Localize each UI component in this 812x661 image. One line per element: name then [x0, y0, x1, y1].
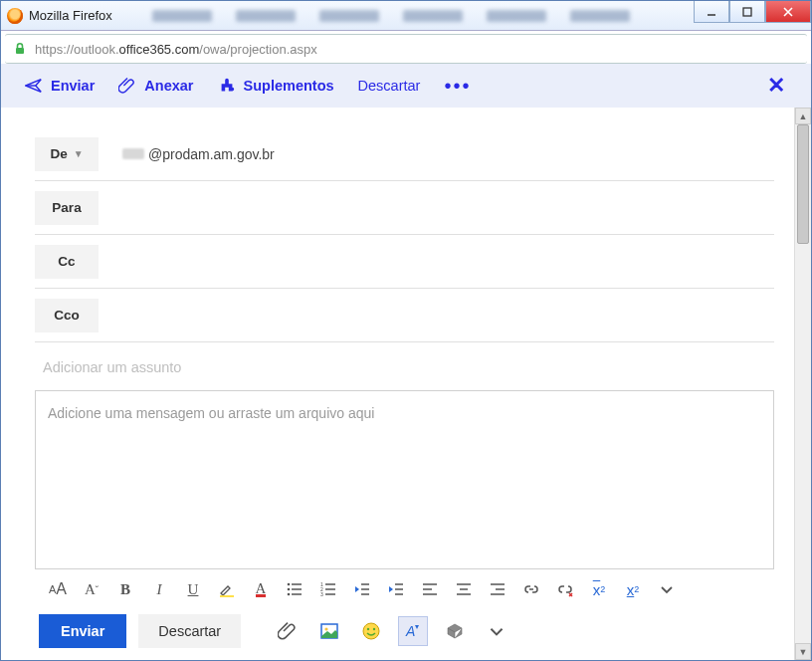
svg-point-5 — [288, 588, 291, 591]
scroll-up-arrow[interactable]: ▲ — [795, 108, 811, 124]
to-row[interactable]: Para — [35, 181, 774, 235]
svg-rect-3 — [220, 595, 234, 597]
svg-point-32 — [325, 627, 328, 630]
compose-command-bar: Enviar Anexar Suplementos Descartar ••• … — [1, 64, 811, 108]
window-title: Mozilla Firefox — [29, 8, 112, 23]
message-body[interactable]: Adicione uma mensagem ou arraste um arqu… — [35, 390, 774, 569]
subject-input[interactable] — [43, 359, 774, 375]
url-bar[interactable]: https://outlook.office365.com/owa/projec… — [5, 34, 807, 64]
firefox-window: Mozilla Firefox https://outlook.office36… — [0, 0, 812, 661]
send-button[interactable]: Enviar — [39, 614, 126, 648]
paperclip-icon — [118, 77, 136, 95]
cc-label: Cc — [58, 254, 75, 269]
discard-label: Descartar — [358, 78, 421, 94]
addins-icon — [218, 77, 236, 95]
bcc-row[interactable]: Cco — [35, 289, 774, 342]
cc-row[interactable]: Cc — [35, 235, 774, 289]
attach-command[interactable]: Anexar — [112, 71, 199, 101]
to-button[interactable]: Para — [35, 191, 99, 225]
to-label: Para — [52, 200, 81, 215]
minimize-button[interactable] — [694, 1, 729, 23]
number-list-button[interactable]: 123 — [313, 574, 343, 604]
indent-button[interactable] — [381, 574, 411, 604]
vertical-scrollbar[interactable]: ▲ ▼ — [794, 108, 811, 660]
scroll-down-arrow[interactable]: ▼ — [795, 643, 811, 660]
compose-action-bar: Enviar Descartar A — [35, 610, 774, 660]
attach-label: Anexar — [144, 78, 193, 94]
svg-text:3: 3 — [320, 591, 323, 597]
titlebar[interactable]: Mozilla Firefox — [1, 1, 811, 31]
svg-rect-1 — [743, 8, 751, 16]
more-actions-button[interactable] — [482, 616, 511, 646]
subscript-button[interactable]: x2 — [618, 574, 648, 604]
align-left-button[interactable] — [415, 574, 445, 604]
compose-form: De ▼ @prodam.am.gov.br Para Cc — [1, 108, 794, 660]
align-right-button[interactable] — [483, 574, 512, 604]
discard-button[interactable]: Descartar — [138, 614, 241, 648]
from-value: @prodam.am.gov.br — [122, 146, 275, 162]
font-icon: A — [403, 621, 423, 641]
svg-point-6 — [288, 593, 291, 596]
body-placeholder: Adicione uma mensagem ou arraste um arqu… — [48, 405, 374, 421]
background-tabs — [152, 10, 630, 22]
send-command[interactable]: Enviar — [19, 71, 101, 101]
from-label: De — [50, 146, 67, 161]
chevron-down-icon: ▼ — [74, 148, 84, 159]
chevron-down-icon — [487, 621, 507, 641]
image-icon — [319, 621, 339, 641]
addins-label: Suplementos — [244, 78, 334, 94]
discard-command[interactable]: Descartar — [352, 72, 427, 100]
paperclip-icon — [278, 621, 298, 641]
scroll-thumb[interactable] — [797, 124, 809, 244]
cube-icon — [445, 621, 465, 641]
more-formatting-button[interactable] — [652, 574, 682, 604]
superscript-button[interactable]: x2 — [584, 574, 614, 604]
addins-command[interactable]: Suplementos — [212, 71, 340, 101]
svg-point-33 — [363, 623, 379, 639]
send-label: Enviar — [51, 78, 95, 94]
formatting-toolbar: AA A˘ B I U A 123 — [35, 569, 774, 610]
bcc-button[interactable]: Cco — [35, 299, 99, 332]
unlink-button[interactable] — [550, 574, 580, 604]
cc-button[interactable]: Cc — [35, 245, 99, 279]
link-button[interactable] — [516, 574, 546, 604]
close-window-button[interactable] — [765, 1, 811, 23]
highlight-button[interactable] — [212, 574, 242, 604]
font-decrease-button[interactable]: A˘ — [77, 574, 106, 604]
bcc-label: Cco — [54, 308, 80, 323]
font-size-button[interactable]: AA — [43, 574, 73, 604]
subject-row — [35, 342, 774, 390]
underline-button[interactable]: U — [178, 574, 208, 604]
align-center-button[interactable] — [449, 574, 479, 604]
firefox-icon — [7, 8, 23, 24]
bold-button[interactable]: B — [110, 574, 140, 604]
toggle-formatting-button[interactable]: A — [398, 616, 428, 646]
italic-button[interactable]: I — [144, 574, 174, 604]
svg-point-35 — [373, 628, 375, 630]
addins-action-button[interactable] — [440, 616, 470, 646]
outdent-button[interactable] — [347, 574, 377, 604]
svg-point-34 — [367, 628, 369, 630]
svg-text:A: A — [405, 623, 415, 639]
send-icon — [25, 77, 43, 95]
insert-image-button[interactable] — [314, 616, 344, 646]
url-text: https://outlook.office365.com/owa/projec… — [35, 42, 317, 57]
maximize-button[interactable] — [729, 1, 765, 23]
redacted-text — [122, 148, 144, 159]
from-row: De ▼ @prodam.am.gov.br — [35, 127, 774, 181]
smiley-icon — [361, 621, 381, 641]
more-commands[interactable]: ••• — [438, 75, 477, 98]
from-button[interactable]: De ▼ — [35, 137, 99, 171]
svg-rect-2 — [16, 48, 24, 54]
attach-file-button[interactable] — [273, 616, 303, 646]
svg-point-4 — [288, 583, 291, 586]
bullet-list-button[interactable] — [280, 574, 309, 604]
close-compose-button[interactable]: ✕ — [759, 69, 793, 103]
emoji-button[interactable] — [356, 616, 386, 646]
lock-icon — [13, 42, 27, 56]
font-color-button[interactable]: A — [246, 574, 276, 604]
